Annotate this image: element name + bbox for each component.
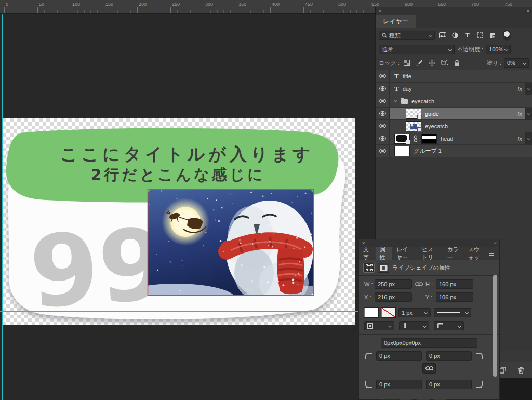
y-input[interactable] <box>436 292 473 302</box>
pasteboard[interactable]: 99 <box>0 14 375 400</box>
layers-panel-titlebar: × « <box>376 7 532 15</box>
layer-filter-select[interactable]: 種類 <box>379 31 435 40</box>
filter-shape-icon[interactable] <box>475 31 485 40</box>
layer-list: TtitleTdayfxeyecatchguidefxeyecatchheadf… <box>376 70 532 157</box>
fx-badge[interactable]: fx <box>517 86 524 92</box>
filter-adjustment-icon[interactable] <box>450 31 460 40</box>
text-layer-icon: T <box>394 85 399 93</box>
filter-type-icon[interactable]: T <box>462 31 472 40</box>
properties-scrollbar[interactable] <box>493 275 497 377</box>
fill-color-swatch[interactable] <box>364 308 378 317</box>
stroke-width-select[interactable]: 1 px <box>398 308 431 317</box>
stroke-corner-select[interactable] <box>434 321 464 330</box>
stroke-align-select[interactable] <box>364 321 394 330</box>
collapse-panel-icon[interactable]: « <box>527 8 529 14</box>
guide-line-right[interactable] <box>355 14 355 400</box>
layer-row-guide[interactable]: guidefx <box>376 108 532 120</box>
mask-icon[interactable] <box>378 263 389 273</box>
ruler-label: 350 <box>238 2 246 7</box>
layer-row-head[interactable]: headfx <box>376 132 532 145</box>
layer-thumbnail[interactable] <box>406 109 421 119</box>
tab-属性[interactable]: 属性 <box>376 247 392 260</box>
corner-radius-combined-input[interactable] <box>381 338 477 348</box>
guide-line-top[interactable] <box>0 104 375 104</box>
layer-name: eyecatch <box>425 123 448 129</box>
ruler-label: 600 <box>405 2 413 7</box>
layer-row-グループ 1[interactable]: グループ 1 <box>376 145 532 157</box>
eye-icon <box>379 86 386 91</box>
layer-row-day[interactable]: Tdayfx <box>376 83 532 95</box>
visibility-toggle[interactable] <box>376 145 390 157</box>
guide-line-left[interactable] <box>2 14 3 400</box>
panel-menu-icon[interactable] <box>489 251 494 256</box>
fill-select[interactable]: 0% <box>504 58 529 68</box>
eye-icon <box>379 99 386 103</box>
opacity-select[interactable]: 100% <box>486 45 511 54</box>
stroke-style-select[interactable] <box>434 308 471 317</box>
fx-expand-icon[interactable] <box>525 108 532 120</box>
fx-badge[interactable]: fx <box>517 111 524 117</box>
corner-topleft-input[interactable] <box>376 351 422 361</box>
visibility-toggle[interactable] <box>376 132 390 144</box>
layer-thumbnail[interactable] <box>394 146 410 156</box>
layer-thumbnail[interactable] <box>406 121 421 131</box>
height-input[interactable] <box>436 279 473 289</box>
tab-ヒストリ[interactable]: ヒストリ <box>418 247 443 260</box>
width-input[interactable] <box>375 279 412 289</box>
layer-row-eyecatch[interactable]: eyecatch <box>376 120 532 132</box>
fx-expand-icon[interactable] <box>525 132 532 145</box>
mask-thumbnail[interactable] <box>421 134 437 144</box>
visibility-toggle[interactable] <box>376 70 390 82</box>
filter-toggle-switch[interactable] <box>503 30 511 41</box>
chevron-down-icon[interactable] <box>394 99 397 102</box>
document-canvas[interactable]: 99 <box>3 118 355 325</box>
visibility-toggle[interactable] <box>376 83 390 95</box>
tab-スウォッ[interactable]: スウォッ <box>464 247 489 260</box>
fx-expand-icon[interactable] <box>525 83 532 95</box>
visibility-toggle[interactable] <box>376 95 390 107</box>
tab-文字[interactable]: 文字 <box>359 247 376 260</box>
lock-transparency-icon[interactable] <box>402 58 412 68</box>
fill-stroke-row: 1 px <box>359 304 499 319</box>
x-input[interactable] <box>375 292 412 302</box>
visibility-toggle[interactable] <box>376 108 390 119</box>
shape-badge-icon <box>417 115 422 119</box>
filter-smart-object-icon[interactable] <box>487 31 497 40</box>
blend-mode-select[interactable]: 通常 <box>379 45 455 54</box>
lock-artboard-icon[interactable] <box>440 58 449 68</box>
corner-bottomright-input[interactable] <box>426 380 472 389</box>
corner-bottomleft-input[interactable] <box>376 380 422 389</box>
panel-menu-icon[interactable] <box>520 19 527 23</box>
layers-tabbar: レイヤー <box>376 15 532 28</box>
delete-layer-trash-icon[interactable] <box>516 366 526 375</box>
tab-カラー[interactable]: カラー <box>443 247 463 260</box>
lock-row: ロック : 塗り : 0% <box>376 56 532 70</box>
collapse-panel-icon[interactable]: « <box>494 241 496 246</box>
fx-badge[interactable]: fx <box>517 136 524 142</box>
mask-link-icon[interactable] <box>414 135 418 142</box>
stroke-cap-select[interactable] <box>399 321 429 330</box>
tab-レイヤー[interactable]: レイヤー <box>392 247 418 260</box>
height-label: H : <box>425 281 436 287</box>
link-wh-icon[interactable] <box>412 282 425 286</box>
lock-all-padlock-icon[interactable] <box>452 58 462 68</box>
layer-row-title[interactable]: Ttitle <box>376 70 532 83</box>
title-text-line2: 2行だとこんな感じに <box>91 166 265 183</box>
close-icon[interactable]: × <box>362 241 365 246</box>
layer-thumbnail[interactable] <box>394 134 410 144</box>
stroke-color-swatch[interactable] <box>381 308 395 317</box>
tab-layers[interactable]: レイヤー <box>376 15 416 28</box>
shape-transform-icon[interactable] <box>363 263 375 273</box>
lock-position-move-icon[interactable] <box>427 58 437 68</box>
link-corners-button[interactable] <box>422 363 436 374</box>
stroke-width-value: 1 px <box>402 310 413 316</box>
corner-topright-input[interactable] <box>426 351 472 361</box>
guide-line-bottom[interactable] <box>0 311 375 312</box>
layer-row-eyecatch[interactable]: eyecatch <box>376 95 532 108</box>
layer-name: guide <box>425 111 439 117</box>
filter-image-icon[interactable] <box>437 31 447 40</box>
close-icon[interactable]: × <box>379 8 381 14</box>
lock-pixels-brush-icon[interactable] <box>415 58 424 68</box>
y-label: Y : <box>425 294 436 300</box>
visibility-toggle[interactable] <box>376 120 390 132</box>
